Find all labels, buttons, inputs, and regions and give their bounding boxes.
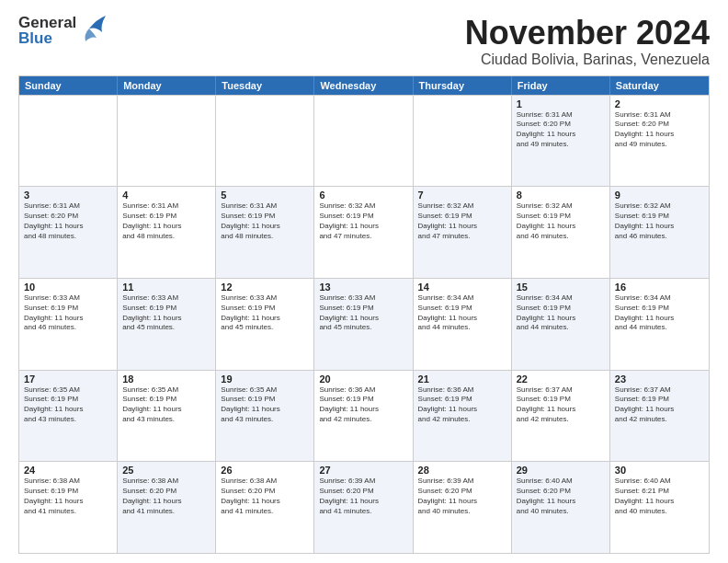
calendar-day-22: 22Sunrise: 6:37 AM Sunset: 6:19 PM Dayli… <box>512 371 610 462</box>
location: Ciudad Bolivia, Barinas, Venezuela <box>465 52 710 68</box>
header-day-sunday: Sunday <box>19 76 118 95</box>
empty-cell <box>414 96 512 187</box>
day-number: 27 <box>319 465 407 476</box>
day-number: 7 <box>418 190 506 201</box>
header: General Blue November 2024 Ciudad Bolivi… <box>18 15 710 68</box>
day-number: 20 <box>319 373 407 385</box>
calendar-week-2: 3Sunrise: 6:31 AM Sunset: 6:20 PM Daylig… <box>19 186 709 278</box>
calendar-week-1: 1Sunrise: 6:31 AM Sunset: 6:20 PM Daylig… <box>19 95 709 187</box>
day-info: Sunrise: 6:38 AM Sunset: 6:19 PM Dayligh… <box>24 477 112 516</box>
calendar-day-21: 21Sunrise: 6:36 AM Sunset: 6:19 PM Dayli… <box>414 371 512 462</box>
calendar-day-24: 24Sunrise: 6:38 AM Sunset: 6:19 PM Dayli… <box>19 462 118 553</box>
day-info: Sunrise: 6:32 AM Sunset: 6:19 PM Dayligh… <box>615 201 704 241</box>
day-number: 3 <box>24 190 112 201</box>
header-day-friday: Friday <box>512 76 610 95</box>
calendar-day-14: 14Sunrise: 6:34 AM Sunset: 6:19 PM Dayli… <box>414 279 512 370</box>
day-number: 26 <box>221 465 309 476</box>
day-info: Sunrise: 6:31 AM Sunset: 6:19 PM Dayligh… <box>221 201 309 241</box>
calendar-day-7: 7Sunrise: 6:32 AM Sunset: 6:19 PM Daylig… <box>414 187 512 278</box>
logo-bird-icon <box>80 12 108 45</box>
day-number: 14 <box>418 282 506 293</box>
header-day-tuesday: Tuesday <box>216 76 314 95</box>
day-info: Sunrise: 6:40 AM Sunset: 6:20 PM Dayligh… <box>517 477 605 516</box>
calendar-header: SundayMondayTuesdayWednesdayThursdayFrid… <box>19 76 709 95</box>
day-number: 10 <box>24 282 112 293</box>
day-info: Sunrise: 6:35 AM Sunset: 6:19 PM Dayligh… <box>221 385 309 425</box>
day-number: 9 <box>615 190 704 201</box>
day-info: Sunrise: 6:34 AM Sunset: 6:19 PM Dayligh… <box>615 293 704 333</box>
calendar-day-27: 27Sunrise: 6:39 AM Sunset: 6:20 PM Dayli… <box>314 462 413 553</box>
day-number: 1 <box>517 98 605 109</box>
day-number: 28 <box>418 465 506 476</box>
day-number: 18 <box>122 373 210 385</box>
day-info: Sunrise: 6:34 AM Sunset: 6:19 PM Dayligh… <box>517 293 605 333</box>
day-number: 6 <box>319 190 407 201</box>
calendar-day-10: 10Sunrise: 6:33 AM Sunset: 6:19 PM Dayli… <box>19 279 118 370</box>
day-number: 4 <box>122 190 210 201</box>
calendar-day-8: 8Sunrise: 6:32 AM Sunset: 6:19 PM Daylig… <box>512 187 610 278</box>
day-number: 2 <box>615 98 704 109</box>
day-info: Sunrise: 6:33 AM Sunset: 6:19 PM Dayligh… <box>319 293 407 333</box>
day-number: 19 <box>221 373 309 385</box>
calendar-week-5: 24Sunrise: 6:38 AM Sunset: 6:19 PM Dayli… <box>19 461 709 553</box>
day-info: Sunrise: 6:36 AM Sunset: 6:19 PM Dayligh… <box>319 385 407 425</box>
day-info: Sunrise: 6:35 AM Sunset: 6:19 PM Dayligh… <box>24 385 112 425</box>
day-info: Sunrise: 6:33 AM Sunset: 6:19 PM Dayligh… <box>24 293 112 333</box>
title-block: November 2024 Ciudad Bolivia, Barinas, V… <box>465 15 710 68</box>
day-info: Sunrise: 6:31 AM Sunset: 6:20 PM Dayligh… <box>615 110 704 150</box>
header-day-thursday: Thursday <box>414 76 512 95</box>
calendar-day-2: 2Sunrise: 6:31 AM Sunset: 6:20 PM Daylig… <box>610 96 709 187</box>
day-number: 21 <box>418 373 506 385</box>
logo: General Blue <box>18 15 108 46</box>
empty-cell <box>19 96 118 187</box>
day-info: Sunrise: 6:34 AM Sunset: 6:19 PM Dayligh… <box>418 293 506 333</box>
day-info: Sunrise: 6:33 AM Sunset: 6:19 PM Dayligh… <box>122 293 210 333</box>
month-title: November 2024 <box>465 15 710 52</box>
calendar-day-3: 3Sunrise: 6:31 AM Sunset: 6:20 PM Daylig… <box>19 187 118 278</box>
page: General Blue November 2024 Ciudad Bolivi… <box>0 0 728 563</box>
empty-cell <box>314 96 413 187</box>
calendar-day-25: 25Sunrise: 6:38 AM Sunset: 6:20 PM Dayli… <box>118 462 216 553</box>
day-number: 23 <box>615 373 704 385</box>
calendar-week-3: 10Sunrise: 6:33 AM Sunset: 6:19 PM Dayli… <box>19 278 709 370</box>
day-info: Sunrise: 6:33 AM Sunset: 6:19 PM Dayligh… <box>221 293 309 333</box>
calendar-day-18: 18Sunrise: 6:35 AM Sunset: 6:19 PM Dayli… <box>118 371 216 462</box>
logo-blue: Blue <box>18 30 76 46</box>
calendar-day-9: 9Sunrise: 6:32 AM Sunset: 6:19 PM Daylig… <box>610 187 709 278</box>
calendar: SundayMondayTuesdayWednesdayThursdayFrid… <box>18 75 710 554</box>
header-day-saturday: Saturday <box>610 76 709 95</box>
calendar-day-26: 26Sunrise: 6:38 AM Sunset: 6:20 PM Dayli… <box>216 462 314 553</box>
day-number: 17 <box>24 373 112 385</box>
header-day-wednesday: Wednesday <box>314 76 413 95</box>
day-info: Sunrise: 6:35 AM Sunset: 6:19 PM Dayligh… <box>122 385 210 425</box>
calendar-day-28: 28Sunrise: 6:39 AM Sunset: 6:20 PM Dayli… <box>414 462 512 553</box>
day-info: Sunrise: 6:32 AM Sunset: 6:19 PM Dayligh… <box>517 201 605 241</box>
calendar-day-17: 17Sunrise: 6:35 AM Sunset: 6:19 PM Dayli… <box>19 371 118 462</box>
day-number: 15 <box>517 282 605 293</box>
empty-cell <box>118 96 216 187</box>
calendar-day-16: 16Sunrise: 6:34 AM Sunset: 6:19 PM Dayli… <box>610 279 709 370</box>
day-info: Sunrise: 6:31 AM Sunset: 6:20 PM Dayligh… <box>24 201 112 241</box>
calendar-day-11: 11Sunrise: 6:33 AM Sunset: 6:19 PM Dayli… <box>118 279 216 370</box>
calendar-day-19: 19Sunrise: 6:35 AM Sunset: 6:19 PM Dayli… <box>216 371 314 462</box>
day-info: Sunrise: 6:39 AM Sunset: 6:20 PM Dayligh… <box>418 477 506 516</box>
day-info: Sunrise: 6:32 AM Sunset: 6:19 PM Dayligh… <box>418 201 506 241</box>
day-number: 16 <box>615 282 704 293</box>
calendar-day-1: 1Sunrise: 6:31 AM Sunset: 6:20 PM Daylig… <box>512 96 610 187</box>
calendar-day-23: 23Sunrise: 6:37 AM Sunset: 6:19 PM Dayli… <box>610 371 709 462</box>
day-info: Sunrise: 6:31 AM Sunset: 6:20 PM Dayligh… <box>517 110 605 150</box>
calendar-day-4: 4Sunrise: 6:31 AM Sunset: 6:19 PM Daylig… <box>118 187 216 278</box>
empty-cell <box>216 96 314 187</box>
day-info: Sunrise: 6:39 AM Sunset: 6:20 PM Dayligh… <box>319 477 407 516</box>
day-info: Sunrise: 6:37 AM Sunset: 6:19 PM Dayligh… <box>517 385 605 425</box>
calendar-day-6: 6Sunrise: 6:32 AM Sunset: 6:19 PM Daylig… <box>314 187 413 278</box>
day-info: Sunrise: 6:38 AM Sunset: 6:20 PM Dayligh… <box>221 477 309 516</box>
day-info: Sunrise: 6:37 AM Sunset: 6:19 PM Dayligh… <box>615 385 704 425</box>
calendar-body: 1Sunrise: 6:31 AM Sunset: 6:20 PM Daylig… <box>19 95 709 553</box>
logo-general: General <box>18 15 76 30</box>
calendar-day-5: 5Sunrise: 6:31 AM Sunset: 6:19 PM Daylig… <box>216 187 314 278</box>
calendar-day-15: 15Sunrise: 6:34 AM Sunset: 6:19 PM Dayli… <box>512 279 610 370</box>
day-number: 29 <box>517 465 605 476</box>
day-number: 22 <box>517 373 605 385</box>
day-info: Sunrise: 6:36 AM Sunset: 6:19 PM Dayligh… <box>418 385 506 425</box>
